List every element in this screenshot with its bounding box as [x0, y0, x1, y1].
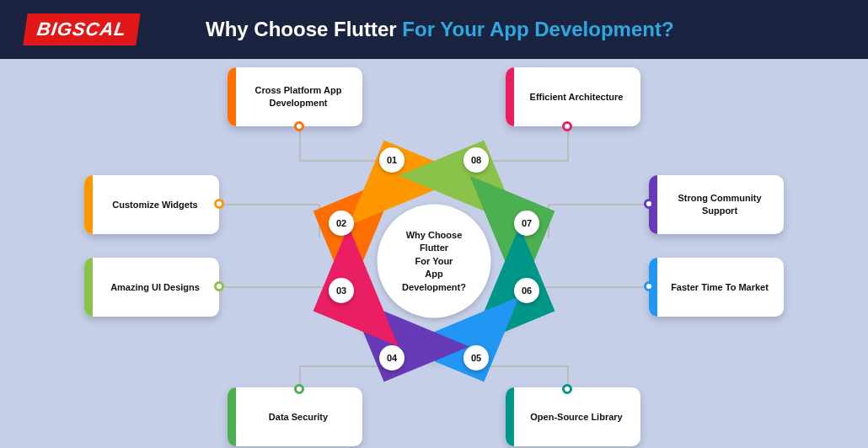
card-label: Open-Source Library: [530, 411, 622, 424]
connector: [217, 204, 319, 205]
card-amazing-ui: Amazing UI Designs: [84, 258, 219, 317]
wheel: Why ChooseFlutterFor YourAppDevelopment?: [341, 168, 527, 354]
badge-03: 03: [329, 278, 354, 303]
badge-04: 04: [379, 345, 405, 371]
page-title: Why Choose Flutter For Your App Developm…: [206, 18, 674, 41]
connector: [485, 160, 569, 162]
card-data-security: Data Security: [228, 387, 362, 446]
card-label: Cross Platform App Development: [244, 84, 352, 109]
badge-05: 05: [463, 345, 489, 371]
badge-06: 06: [514, 278, 539, 303]
badge-07: 07: [514, 211, 539, 236]
logo: BIGSCAL: [23, 13, 140, 45]
card-community: Strong Community Support: [649, 175, 784, 234]
connector: [485, 365, 569, 367]
connector-dot: [644, 281, 654, 291]
badge-02: 02: [329, 211, 354, 236]
connector: [299, 160, 383, 162]
card-label: Data Security: [269, 411, 328, 424]
card-label: Efficient Architecture: [530, 91, 624, 104]
card-label: Customize Widgets: [112, 199, 197, 211]
card-label: Strong Community Support: [666, 192, 774, 217]
badge-08: 08: [463, 147, 489, 173]
card-efficient-arch: Efficient Architecture: [506, 67, 640, 126]
connector-dot: [562, 121, 572, 131]
diagram-stage: Why ChooseFlutterFor YourAppDevelopment?…: [0, 59, 868, 448]
connector: [548, 204, 649, 205]
card-cross-platform: Cross Platform App Development: [228, 67, 362, 126]
connector-dot: [644, 199, 654, 209]
card-faster-time: Faster Time To Market: [649, 258, 784, 317]
connector-dot: [294, 121, 304, 131]
connector-dot: [214, 281, 224, 291]
connector-dot: [214, 199, 224, 209]
connector: [217, 286, 335, 288]
title-part-b: For Your App Development?: [402, 18, 673, 40]
card-label: Faster Time To Market: [671, 281, 769, 294]
connector: [533, 286, 651, 288]
header: BIGSCAL Why Choose Flutter For Your App …: [0, 0, 868, 59]
connector: [299, 365, 383, 367]
badge-01: 01: [379, 147, 405, 173]
card-customize-widgets: Customize Widgets: [84, 175, 219, 234]
title-part-a: Why Choose Flutter: [206, 18, 402, 40]
connector-dot: [294, 384, 304, 394]
card-open-source: Open-Source Library: [506, 387, 640, 446]
card-label: Amazing UI Designs: [110, 281, 200, 294]
wheel-center: Why ChooseFlutterFor YourAppDevelopment?: [378, 205, 491, 318]
connector-dot: [562, 384, 572, 394]
